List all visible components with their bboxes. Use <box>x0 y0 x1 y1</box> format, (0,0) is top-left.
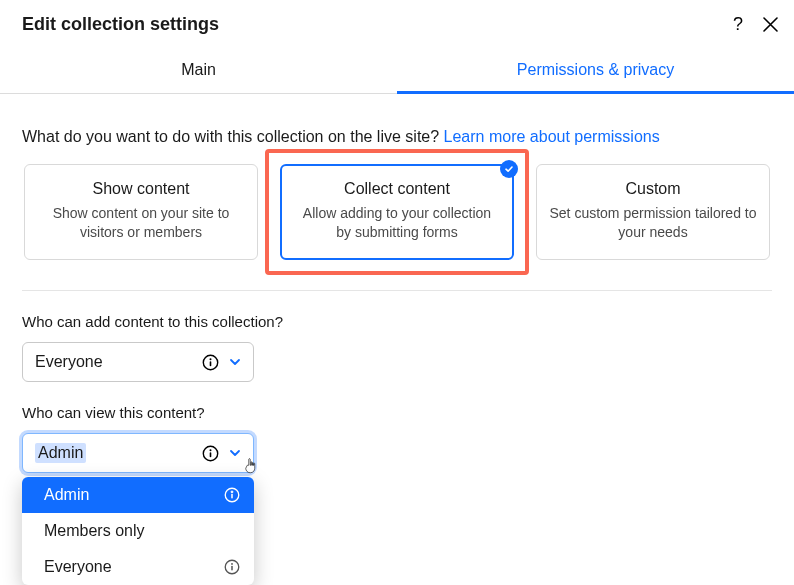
close-button[interactable] <box>763 17 778 32</box>
info-icon[interactable] <box>202 445 219 462</box>
tabs-bar: Main Permissions & privacy <box>0 45 794 94</box>
svg-rect-2 <box>210 361 212 366</box>
section-divider <box>22 290 772 291</box>
dialog-header: Edit collection settings ? <box>0 0 794 45</box>
select-left: Admin <box>35 443 86 463</box>
help-button[interactable]: ? <box>733 14 743 35</box>
dialog-content: What do you want to do with this collect… <box>0 94 794 473</box>
field-who-can-view: Who can view this content? Admin <box>22 404 772 473</box>
tab-permissions-privacy[interactable]: Permissions & privacy <box>397 45 794 93</box>
card-wrap-show: Show content Show content on your site t… <box>24 164 258 260</box>
edit-collection-dialog: Edit collection settings ? Main Permissi… <box>0 0 794 585</box>
select-right <box>202 354 241 371</box>
option-everyone[interactable]: Everyone <box>22 549 254 585</box>
select-value: Everyone <box>35 353 103 371</box>
svg-rect-8 <box>231 494 233 499</box>
select-container: Admin Admin <box>22 433 772 473</box>
learn-more-link[interactable]: Learn more about permissions <box>444 128 660 145</box>
select-left: Everyone <box>35 353 103 371</box>
close-icon <box>763 17 778 32</box>
svg-point-1 <box>210 358 212 360</box>
dropdown-who-can-view: Admin Members only Everyone <box>22 477 254 585</box>
info-icon[interactable] <box>224 559 240 575</box>
permissions-prompt: What do you want to do with this collect… <box>22 128 772 146</box>
check-icon <box>504 164 514 174</box>
prompt-text: What do you want to do with this collect… <box>22 128 444 145</box>
option-label: Admin <box>44 486 89 504</box>
card-title: Custom <box>549 180 757 198</box>
svg-rect-11 <box>231 566 233 571</box>
field-label: Who can view this content? <box>22 404 772 421</box>
svg-point-4 <box>210 449 212 451</box>
field-label: Who can add content to this collection? <box>22 313 772 330</box>
chevron-down-icon <box>229 356 241 368</box>
info-icon[interactable] <box>224 487 240 503</box>
field-who-can-add: Who can add content to this collection? … <box>22 313 772 382</box>
card-custom[interactable]: Custom Set custom permission tailored to… <box>536 164 770 260</box>
tab-main[interactable]: Main <box>0 45 397 93</box>
select-value: Admin <box>35 443 86 463</box>
chevron-down-icon <box>229 447 241 459</box>
dialog-title: Edit collection settings <box>22 14 219 35</box>
permission-cards: Show content Show content on your site t… <box>22 164 772 260</box>
card-title: Show content <box>37 180 245 198</box>
card-collect-content[interactable]: Collect content Allow adding to your col… <box>280 164 514 260</box>
selected-badge <box>500 160 518 178</box>
option-members-only[interactable]: Members only <box>22 513 254 549</box>
card-title: Collect content <box>294 180 500 198</box>
card-wrap-collect: Collect content Allow adding to your col… <box>280 164 514 260</box>
card-sub: Show content on your site to visitors or… <box>37 204 245 242</box>
card-show-content[interactable]: Show content Show content on your site t… <box>24 164 258 260</box>
option-admin[interactable]: Admin <box>22 477 254 513</box>
svg-point-10 <box>231 563 233 565</box>
info-icon[interactable] <box>202 354 219 371</box>
svg-point-7 <box>231 491 233 493</box>
option-label: Everyone <box>44 558 112 576</box>
select-who-can-add[interactable]: Everyone <box>22 342 254 382</box>
header-actions: ? <box>733 14 778 35</box>
select-right <box>202 445 241 462</box>
card-wrap-custom: Custom Set custom permission tailored to… <box>536 164 770 260</box>
select-who-can-view[interactable]: Admin <box>22 433 254 473</box>
card-sub: Allow adding to your collection by submi… <box>294 204 500 242</box>
card-sub: Set custom permission tailored to your n… <box>549 204 757 242</box>
option-label: Members only <box>44 522 144 540</box>
svg-rect-5 <box>210 452 212 457</box>
